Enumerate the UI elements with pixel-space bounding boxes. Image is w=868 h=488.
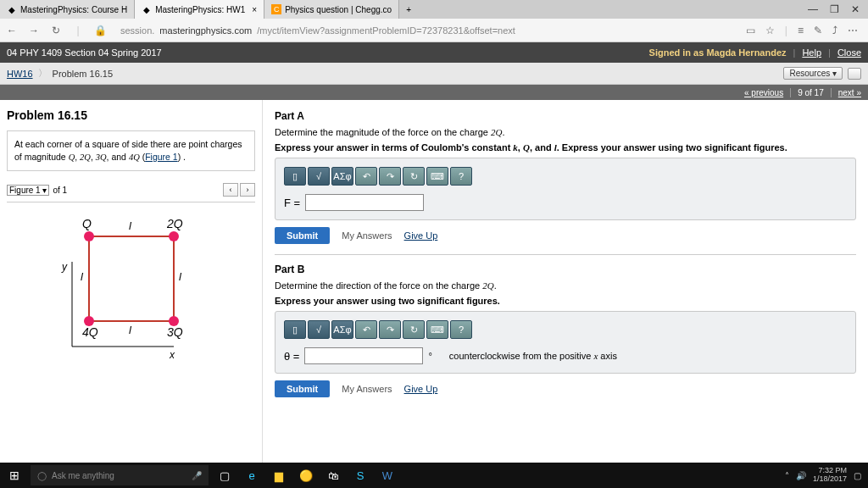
keyboard-button[interactable]: ⌨ [426, 167, 448, 186]
fig-next-button[interactable]: › [240, 183, 255, 197]
maximize-button[interactable]: ❐ [830, 3, 839, 15]
svg-text:y: y [61, 261, 68, 273]
course-title: 04 PHY 1409 Section 04 Spring 2017 [7, 47, 162, 58]
tab-1[interactable]: ◆ MasteringPhysics: HW1 × [135, 0, 264, 19]
fig-prev-button[interactable]: ‹ [223, 183, 238, 197]
sqrt-button[interactable]: √ [308, 320, 330, 339]
tray-up-icon[interactable]: ˄ [785, 471, 789, 480]
store-icon[interactable]: 🛍 [324, 466, 342, 485]
hw-link[interactable]: HW16 [7, 69, 33, 79]
resources-button[interactable]: Resources ▾ [783, 67, 843, 80]
svg-rect-4 [89, 236, 174, 321]
page-position: 9 of 17 [798, 88, 832, 97]
part-a-prompt: Determine the magnitude of the force on … [275, 127, 856, 137]
forward-button[interactable]: → [27, 25, 41, 36]
reset-button[interactable]: ↻ [403, 167, 425, 186]
mic-icon[interactable]: 🎤 [192, 471, 202, 480]
redo-button[interactable]: ↷ [379, 320, 401, 339]
page-nav: « previous 9 of 17 next » [0, 85, 868, 100]
word-icon[interactable]: W [378, 466, 397, 485]
my-answers-link[interactable]: My Answers [342, 230, 392, 241]
part-a-answer-box: ▯ √ ΑΣφ ↶ ↷ ↻ ⌨ ? F = [275, 158, 856, 220]
back-button[interactable]: ← [5, 25, 19, 36]
svg-text:l: l [81, 270, 84, 283]
prev-link[interactable]: « previous [744, 88, 791, 97]
figure-link[interactable]: Figure 1 [145, 152, 178, 162]
url-host: masteringphysics.com [159, 25, 252, 36]
favorite-icon[interactable]: ☆ [765, 25, 775, 36]
start-button[interactable]: ⊞ [0, 469, 29, 482]
refresh-button[interactable]: ↻ [49, 25, 63, 36]
template-button[interactable]: ▯ [284, 320, 306, 339]
give-up-link[interactable]: Give Up [404, 230, 438, 241]
lock-icon: 🔒 [93, 25, 107, 36]
minimize-button[interactable]: — [808, 3, 818, 15]
greek-button[interactable]: ΑΣφ [331, 320, 353, 339]
tab-title: Physics question | Chegg.co [285, 5, 392, 14]
give-up-link[interactable]: Give Up [404, 384, 438, 394]
share-icon[interactable]: ⤴ [832, 25, 837, 36]
svg-text:l: l [179, 270, 182, 283]
address-bar: ← → ↻ | 🔒 session.masteringphysics.com/m… [0, 19, 868, 42]
problem-statement: At each corner of a square of side there… [7, 130, 255, 171]
site-icon: C [271, 4, 281, 14]
part-b-title: Part B [275, 263, 856, 275]
task-view-icon[interactable]: ▢ [215, 466, 234, 485]
my-answers-link[interactable]: My Answers [342, 384, 392, 394]
cortana-search[interactable]: ◯ Ask me anything 🎤 [31, 465, 209, 485]
svg-text:4Q: 4Q [82, 325, 98, 339]
url-path: /myct/itemView?assignmentProblemID=72378… [257, 25, 515, 36]
cortana-placeholder: Ask me anything [52, 471, 114, 480]
chevron-down-icon: ▾ [832, 69, 837, 78]
help-link[interactable]: Help [802, 47, 821, 58]
keyboard-button[interactable]: ⌨ [426, 320, 448, 339]
notes-icon[interactable]: ✎ [814, 25, 822, 36]
direction-hint: counterclockwise from the positive x axi… [449, 351, 617, 361]
sqrt-button[interactable]: √ [308, 167, 330, 186]
chevron-right-icon: 〉 [38, 67, 47, 80]
more-icon[interactable]: ⋯ [848, 25, 858, 36]
undo-button[interactable]: ↶ [355, 167, 377, 186]
figure-1: y x Q 2Q 3Q 4Q l l l l [7, 202, 255, 372]
tab-title: MasteringPhysics: HW1 [155, 5, 245, 14]
reading-view-icon[interactable]: ▭ [746, 25, 755, 36]
new-tab-button[interactable]: + [399, 5, 418, 14]
edge-icon[interactable]: e [242, 466, 261, 485]
hub-icon[interactable]: ≡ [798, 25, 804, 36]
template-button[interactable]: ▯ [284, 167, 306, 186]
tab-0[interactable]: ◆ MasteringPhysics: Course H [0, 0, 135, 19]
reset-button[interactable]: ↻ [403, 320, 425, 339]
tab-strip: ◆ MasteringPhysics: Course H ◆ Mastering… [0, 0, 868, 19]
tab-2[interactable]: C Physics question | Chegg.co [264, 0, 399, 19]
taskbar: ⊞ ◯ Ask me anything 🎤 ▢ e ▆ 🟡 🛍 S W ˄ 🔊 … [0, 463, 868, 488]
help-button[interactable]: ? [450, 320, 472, 339]
skype-icon[interactable]: S [351, 466, 370, 485]
help-button[interactable]: ? [450, 167, 472, 186]
explorer-icon[interactable]: ▆ [270, 466, 288, 485]
figure-select[interactable]: Figure 1 ▾ [7, 185, 49, 196]
greek-button[interactable]: ΑΣφ [331, 167, 353, 186]
undo-button[interactable]: ↶ [355, 320, 377, 339]
url-field[interactable]: session.masteringphysics.com/myct/itemVi… [115, 25, 737, 36]
problem-name: Problem 16.15 [53, 69, 114, 79]
clock[interactable]: 7:32 PM 1/18/2017 [813, 467, 847, 484]
chrome-icon[interactable]: 🟡 [297, 466, 315, 485]
divider: | [71, 25, 85, 36]
part-b-submit-button[interactable]: Submit [275, 380, 330, 397]
close-tab-icon[interactable]: × [252, 5, 257, 14]
part-b-input[interactable] [304, 347, 423, 364]
chevron-down-icon: ▾ [42, 186, 47, 195]
print-button[interactable] [848, 68, 861, 80]
notifications-icon[interactable]: ▢ [854, 471, 861, 480]
part-a-input[interactable] [305, 194, 424, 211]
svg-text:x: x [169, 349, 175, 361]
site-icon: ◆ [142, 4, 152, 14]
part-a-title: Part A [275, 110, 856, 122]
close-window-button[interactable]: ✕ [851, 3, 860, 15]
part-a-submit-button[interactable]: Submit [275, 227, 330, 244]
volume-icon[interactable]: 🔊 [796, 471, 806, 480]
svg-point-5 [84, 231, 94, 241]
close-link[interactable]: Close [837, 47, 861, 58]
redo-button[interactable]: ↷ [379, 167, 401, 186]
next-link[interactable]: next » [838, 88, 861, 97]
